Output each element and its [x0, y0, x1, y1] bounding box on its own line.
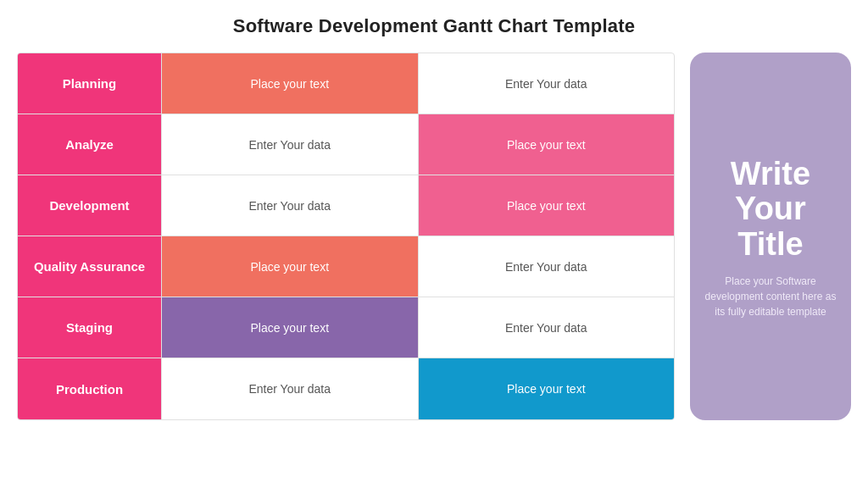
gantt-row: AnalyzeEnter Your dataPlace your text [18, 114, 674, 175]
sidebar-card: WriteYourTitle Place your Software devel… [690, 53, 851, 420]
row-cell-col2[interactable]: Place your text [419, 114, 675, 175]
row-label: Staging [18, 297, 162, 358]
row-cell-col2[interactable]: Enter Your data [419, 236, 675, 297]
content-area: PlanningPlace your textEnter Your dataAn… [17, 53, 851, 420]
row-cell-col1[interactable]: Place your text [162, 297, 419, 358]
row-cell-col2[interactable]: Place your text [419, 358, 675, 419]
row-label: Analyze [18, 114, 162, 175]
row-label: Planning [18, 53, 162, 114]
gantt-table: PlanningPlace your textEnter Your dataAn… [17, 53, 675, 420]
gantt-row: DevelopmentEnter Your dataPlace your tex… [18, 175, 674, 236]
row-cell-col2[interactable]: Place your text [419, 175, 675, 236]
sidebar-title: WriteYourTitle [731, 157, 810, 261]
row-label: Production [18, 358, 162, 419]
gantt-row: PlanningPlace your textEnter Your data [18, 53, 674, 114]
gantt-row: Quality AssurancePlace your textEnter Yo… [18, 236, 674, 297]
row-cell-col1[interactable]: Place your text [162, 236, 419, 297]
page-container: Software Development Gantt Chart Templat… [0, 0, 868, 488]
row-cell-col1[interactable]: Enter Your data [162, 358, 419, 419]
gantt-row: ProductionEnter Your dataPlace your text [18, 358, 674, 419]
row-label: Quality Assurance [18, 236, 162, 297]
page-title: Software Development Gantt Chart Templat… [233, 15, 635, 37]
row-cell-col2[interactable]: Enter Your data [419, 53, 675, 114]
sidebar-desc: Place your Software development content … [704, 274, 837, 319]
row-cell-col1[interactable]: Enter Your data [162, 175, 419, 236]
row-cell-col2[interactable]: Enter Your data [419, 297, 675, 358]
row-label: Development [18, 175, 162, 236]
row-cell-col1[interactable]: Place your text [162, 53, 419, 114]
row-cell-col1[interactable]: Enter Your data [162, 114, 419, 175]
gantt-row: StagingPlace your textEnter Your data [18, 297, 674, 358]
